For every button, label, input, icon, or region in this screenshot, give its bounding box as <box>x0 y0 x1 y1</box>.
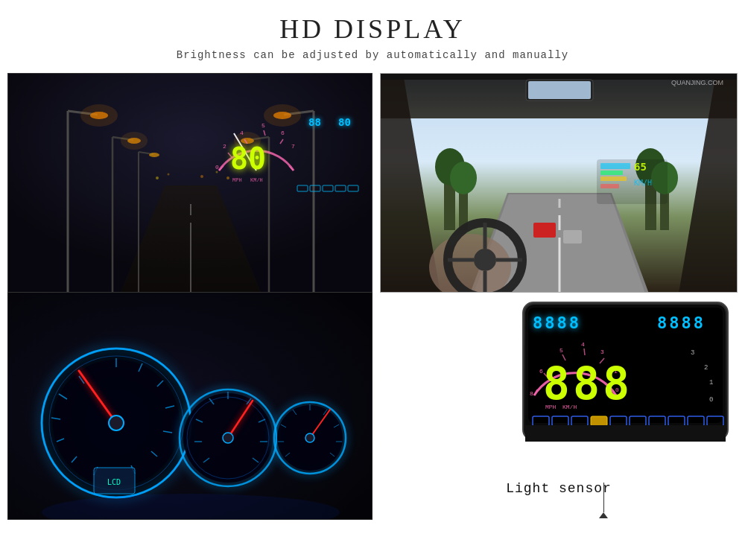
svg-rect-133 <box>600 163 630 169</box>
svg-text:6: 6 <box>281 130 285 136</box>
svg-rect-51 <box>348 185 358 191</box>
night-highway-image: 0 2 4 5 6 7 MPH KM/H 80 88 <box>7 73 372 293</box>
svg-rect-50 <box>335 185 346 191</box>
device-container: 8888 8888 <box>519 299 732 444</box>
device-svg: 8888 8888 <box>519 299 732 444</box>
svg-text:7: 7 <box>291 143 295 150</box>
svg-text:KM/H: KM/H <box>634 179 652 187</box>
svg-point-99 <box>305 433 314 442</box>
svg-point-86 <box>223 433 233 443</box>
svg-line-148 <box>584 349 585 355</box>
svg-text:QUANJING.COM: QUANJING.COM <box>671 79 723 86</box>
svg-text:5: 5 <box>261 122 265 129</box>
sensor-arrow-tip <box>599 512 608 518</box>
svg-text:5: 5 <box>559 347 563 354</box>
svg-text:0: 0 <box>215 164 219 171</box>
svg-text:80: 80 <box>338 116 351 128</box>
svg-point-127 <box>474 249 496 271</box>
subtitle: Brightness can be adjusted by automatica… <box>177 49 568 61</box>
dashboard-image: LCD <box>7 293 372 520</box>
svg-point-113 <box>450 162 477 194</box>
dashboard-svg: LCD <box>8 293 372 519</box>
svg-text:3: 3 <box>600 349 604 355</box>
svg-rect-134 <box>600 171 623 175</box>
svg-text:LCD: LCD <box>107 478 121 486</box>
light-sensor-label-container: Light sensor <box>380 481 738 496</box>
svg-text:KM/H: KM/H <box>250 177 263 183</box>
day-driving-svg: 65 KM/H QUANJING.COM <box>381 74 737 292</box>
left-column: 0 2 4 5 6 7 MPH KM/H 80 88 <box>7 73 372 552</box>
light-sensor-label: Light sensor <box>506 481 612 496</box>
day-driving-image: 65 KM/H QUANJING.COM <box>380 73 738 293</box>
svg-text:3: 3 <box>691 349 694 357</box>
svg-text:MPH: MPH <box>232 177 242 183</box>
svg-text:8: 8 <box>530 390 533 397</box>
hud-display-overlay: 0 2 4 5 6 7 MPH KM/H 80 88 <box>212 111 361 208</box>
svg-text:4: 4 <box>240 130 244 136</box>
images-section: 0 2 4 5 6 7 MPH KM/H 80 88 <box>7 73 738 552</box>
svg-text:88: 88 <box>308 116 321 128</box>
svg-text:0: 0 <box>709 396 713 404</box>
svg-line-32 <box>264 130 265 136</box>
svg-rect-48 <box>310 185 320 191</box>
svg-text:888: 888 <box>543 357 633 410</box>
sensor-line <box>603 483 604 512</box>
header-section: HD DISPLAY Brightness can be adjusted by… <box>177 0 568 66</box>
light-sensor-annotation <box>599 483 608 518</box>
main-title: HD DISPLAY <box>177 13 568 45</box>
hud-svg: 0 2 4 5 6 7 MPH KM/H 80 88 <box>212 111 361 208</box>
device-wrapper: 8888 8888 <box>380 299 738 444</box>
svg-rect-47 <box>297 185 308 191</box>
svg-text:2: 2 <box>223 143 226 150</box>
svg-rect-49 <box>323 185 333 191</box>
page-container: HD DISPLAY Brightness can be adjusted by… <box>0 0 745 560</box>
svg-rect-175 <box>525 425 726 442</box>
right-column: 65 KM/H QUANJING.COM <box>380 73 738 552</box>
svg-line-33 <box>280 139 283 144</box>
svg-rect-123 <box>533 223 556 238</box>
svg-text:4: 4 <box>581 341 585 348</box>
svg-text:65: 65 <box>634 161 647 173</box>
svg-rect-124 <box>563 230 582 244</box>
svg-rect-135 <box>600 176 627 181</box>
svg-text:8888: 8888 <box>533 314 581 332</box>
svg-text:2: 2 <box>704 364 708 372</box>
svg-text:1: 1 <box>709 379 713 386</box>
svg-text:80: 80 <box>230 141 266 176</box>
svg-rect-136 <box>600 184 619 188</box>
svg-rect-109 <box>528 81 591 99</box>
svg-text:8888: 8888 <box>657 314 706 332</box>
svg-rect-168 <box>591 416 607 426</box>
svg-point-72 <box>109 416 124 430</box>
device-section: 8888 8888 <box>380 299 738 552</box>
